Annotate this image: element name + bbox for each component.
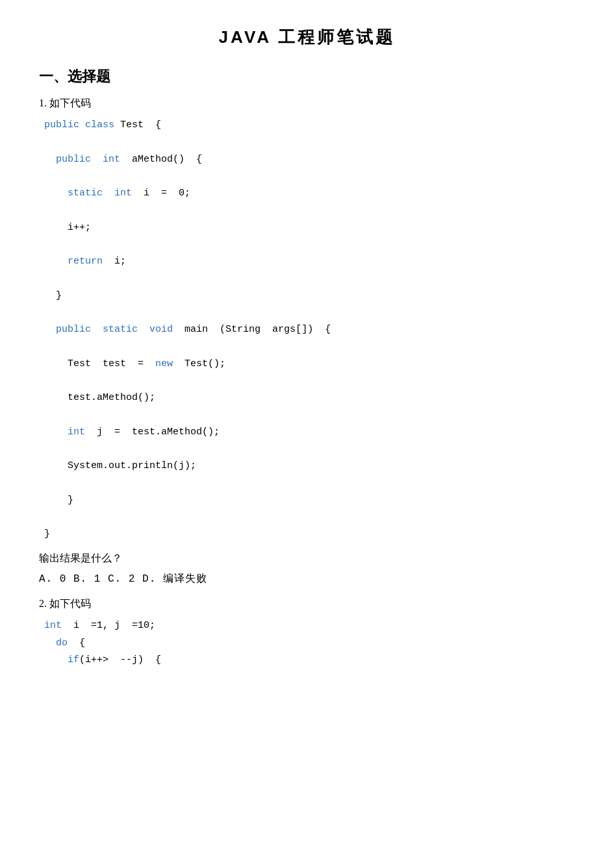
q1-options: A. 0 B. 1 C. 2 D. 编译失败 bbox=[39, 572, 575, 586]
q2-code-block: int i =1, j =10; do { if(i++> --j) { bbox=[39, 617, 575, 669]
page-title: JAVA 工程师笔试题 bbox=[39, 26, 575, 49]
q2-label: 2. 如下代码 bbox=[39, 597, 575, 611]
q1-code-block: public class Test { public int aMethod()… bbox=[39, 117, 575, 543]
q1-question-text: 输出结果是什么？ bbox=[39, 552, 575, 565]
q1-label: 1. 如下代码 bbox=[39, 97, 575, 110]
section1-title: 一、选择题 bbox=[39, 67, 575, 86]
